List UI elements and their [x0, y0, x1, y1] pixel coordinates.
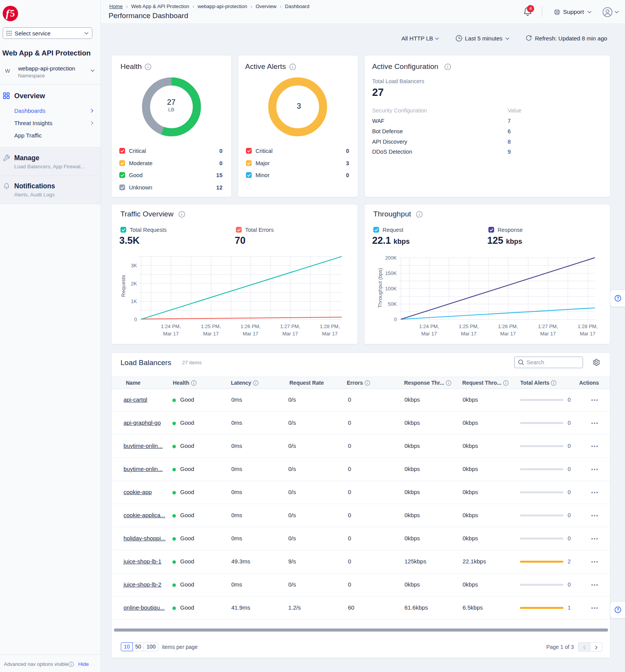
svg-text:?: ? — [617, 607, 619, 612]
svg-text:5: 5 — [10, 8, 15, 18]
svg-text:?: ? — [617, 296, 619, 300]
